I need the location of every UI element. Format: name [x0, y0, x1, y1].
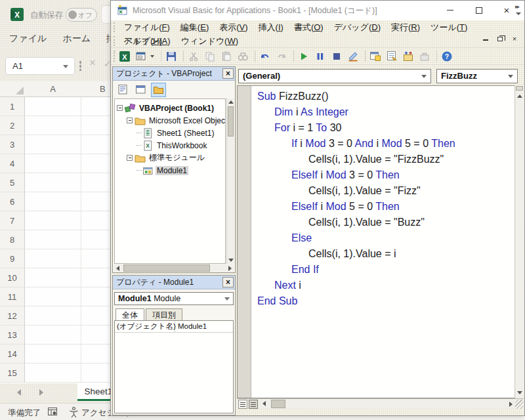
code-editor[interactable]: Sub FizzBuzz()Dim i As IntegerFor i = 1 … — [237, 85, 516, 398]
save-button[interactable] — [164, 49, 178, 64]
row-header-1[interactable]: 1 — [0, 97, 25, 116]
properties-tab-1[interactable]: 全体 — [116, 308, 144, 321]
code-line-14[interactable]: End Sub — [257, 293, 297, 309]
row-header-3[interactable]: 3 — [0, 135, 25, 154]
scroll-down-icon[interactable] — [228, 259, 234, 262]
minimize-button[interactable] — [439, 3, 461, 18]
view-code-button[interactable] — [116, 83, 131, 97]
property-value[interactable]: Module1 — [175, 321, 207, 332]
worksheet-grid[interactable]: 123456789101112131415 — [0, 97, 110, 383]
column-header-b[interactable]: B — [100, 84, 106, 94]
maximize-button[interactable] — [468, 3, 490, 18]
scroll-thumb[interactable] — [228, 106, 234, 136]
property-row[interactable]: (オブジェクト名)Module1 — [115, 321, 233, 333]
code-line-11[interactable]: Cells(i, 1).Value = i — [308, 246, 396, 262]
mdi-close-button[interactable]: × — [510, 35, 519, 43]
full-module-view-button[interactable] — [249, 400, 258, 409]
project-tree-item-2[interactable]: Microsoft Excel Objects — [127, 114, 226, 127]
scroll-up-icon[interactable] — [228, 100, 234, 104]
row-header-9[interactable]: 9 — [0, 249, 25, 268]
project-tree-item-5[interactable]: 標準モジュール — [127, 152, 206, 164]
procedure-dropdown[interactable]: FizzBuzz — [436, 69, 518, 83]
split-box[interactable] — [516, 86, 523, 91]
menu-item[interactable]: ヘルプ(H) — [119, 34, 167, 48]
project-tree-item-1[interactable]: VBAProject (Book1) — [117, 102, 215, 114]
row-header-11[interactable]: 11 — [0, 287, 25, 306]
code-line-13[interactable]: Next i — [274, 278, 301, 293]
code-line-12[interactable]: End If — [291, 262, 319, 278]
project-tree-item-4[interactable]: XThisWorkbook — [136, 139, 208, 152]
project-explorer-button[interactable] — [368, 49, 383, 64]
mdi-minimize-button[interactable] — [481, 35, 490, 43]
help-button[interactable]: ? — [440, 49, 454, 64]
row-header-10[interactable]: 10 — [0, 268, 25, 287]
row-header-6[interactable]: 6 — [0, 192, 25, 211]
ribbon-tab-2[interactable]: ホーム — [62, 33, 91, 45]
name-box[interactable]: A1 — [5, 57, 75, 75]
project-close-button[interactable]: × — [222, 68, 234, 79]
menu-item[interactable]: デバッグ(D) — [329, 20, 386, 34]
project-vertical-scrollbar[interactable] — [226, 98, 234, 264]
ribbon-tab-1[interactable]: ファイル — [9, 33, 47, 45]
code-line-1[interactable]: Sub FizzBuzz() — [257, 89, 328, 104]
macro-record-icon[interactable] — [47, 406, 58, 417]
properties-object-dropdown[interactable]: Module1 Module — [114, 292, 234, 305]
select-all-icon[interactable] — [16, 87, 24, 94]
design-mode-button[interactable] — [346, 49, 360, 64]
autosave-toggle[interactable]: オフ — [66, 8, 97, 22]
code-line-10[interactable]: Else — [291, 230, 312, 246]
menu-item[interactable]: 表示(V) — [214, 20, 253, 34]
collapse-icon[interactable] — [127, 155, 133, 161]
code-line-8[interactable]: ElseIf i Mod 5 = 0 Then — [291, 199, 400, 215]
row-header-5[interactable]: 5 — [0, 173, 25, 192]
scroll-thumb[interactable] — [271, 400, 285, 408]
toggle-folders-button[interactable] — [151, 83, 166, 97]
scroll-left-icon[interactable] — [262, 401, 266, 406]
scroll-thumb[interactable] — [123, 264, 210, 272]
menu-item[interactable]: 編集(E) — [175, 20, 214, 34]
row-header-2[interactable]: 2 — [0, 116, 25, 135]
menu-item[interactable]: 実行(R) — [386, 20, 425, 34]
mdi-restore-button[interactable] — [495, 35, 505, 43]
break-button[interactable] — [313, 49, 327, 64]
properties-tab-2[interactable]: 項目別 — [146, 308, 182, 321]
code-line-5[interactable]: Cells(i, 1).Value = "FizzBuzz" — [308, 152, 444, 167]
insert-userform-button[interactable] — [134, 49, 148, 64]
toolbar-overflow-button[interactable]: ▸▸ — [514, 3, 522, 16]
view-object-button[interactable] — [133, 83, 148, 97]
sheet-prev-icon[interactable] — [17, 389, 21, 396]
column-header-a[interactable]: A — [25, 84, 81, 94]
view-excel-button[interactable]: X — [117, 49, 132, 64]
menu-item[interactable]: ツール(T) — [425, 20, 472, 34]
scroll-left-icon[interactable] — [116, 266, 119, 271]
properties-close-button[interactable]: × — [222, 277, 234, 287]
code-horizontal-scrollbar[interactable] — [261, 400, 504, 409]
collapse-icon[interactable] — [117, 105, 123, 111]
row-header-13[interactable]: 13 — [0, 326, 25, 345]
scroll-up-button[interactable] — [515, 92, 524, 101]
chevron-down-icon[interactable] — [150, 49, 156, 64]
object-browser-button[interactable] — [401, 49, 415, 64]
code-line-4[interactable]: If i Mod 3 = 0 And i Mod 5 = 0 Then — [291, 136, 455, 152]
code-line-2[interactable]: Dim i As Integer — [274, 104, 348, 120]
code-vertical-scrollbar[interactable] — [514, 85, 524, 398]
properties-window-button[interactable] — [385, 49, 399, 64]
row-header-12[interactable]: 12 — [0, 306, 25, 326]
project-horizontal-scrollbar[interactable] — [114, 264, 234, 272]
collapse-icon[interactable] — [127, 117, 133, 123]
scroll-right-icon[interactable] — [228, 266, 232, 271]
sheet-next-icon[interactable] — [39, 389, 43, 396]
menu-item[interactable]: 挿入(I) — [253, 20, 289, 34]
scroll-right-button[interactable] — [505, 400, 514, 409]
undo-button[interactable] — [258, 49, 272, 64]
cancel-icon[interactable]: × — [89, 56, 96, 70]
row-header-14[interactable]: 14 — [0, 345, 25, 364]
row-header-15[interactable]: 15 — [0, 364, 25, 383]
run-button[interactable] — [297, 49, 311, 64]
code-line-7[interactable]: Cells(i, 1).Value = "Fizz" — [308, 183, 421, 199]
scroll-down-button[interactable] — [515, 388, 524, 397]
reset-button[interactable] — [329, 49, 344, 64]
resize-grip[interactable] — [515, 400, 524, 409]
procedure-view-button[interactable] — [238, 400, 247, 409]
row-header-4[interactable]: 4 — [0, 154, 25, 173]
